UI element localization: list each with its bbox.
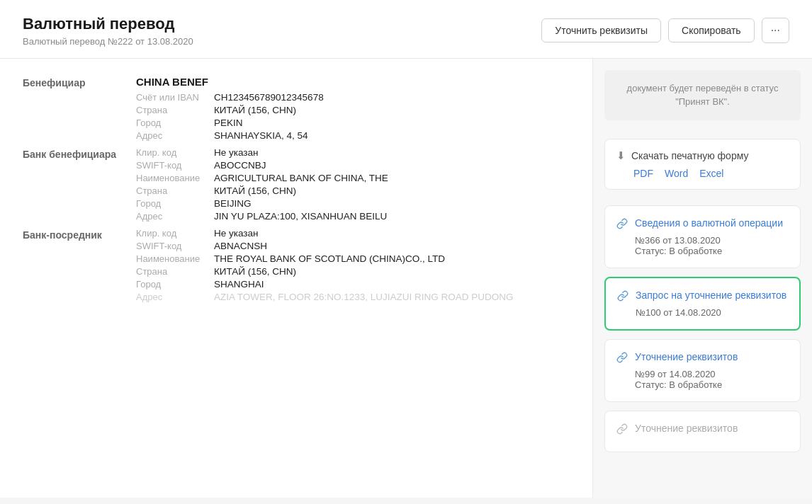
- sidebar-link-meta: №366 от 13.08.2020Статус: В обработке: [616, 235, 789, 256]
- beneficiary-bank-section: Банк бенефициара Клир. кодНе указанSWIFT…: [23, 147, 570, 224]
- field-value: КИТАЙ (156, CHN): [214, 266, 296, 277]
- page: Валютный перевод Валютный перевод №222 о…: [0, 0, 812, 504]
- data-row: АдресJIN YU PLAZA:100, XISANHUAN BEILU: [136, 211, 388, 222]
- field-value: SHANGHAI: [214, 279, 264, 290]
- intermediary-bank-label: Банк-посредник: [23, 228, 136, 241]
- link-icon: [616, 218, 628, 232]
- sidebar-link-number: №100 от 14.08.2020: [636, 307, 788, 318]
- download-icon: ⬇: [616, 149, 626, 162]
- sidebar-link-header: Уточнение реквизитов: [616, 351, 789, 366]
- pdf-link[interactable]: PDF: [633, 168, 653, 179]
- field-label: SWIFT-код: [136, 241, 214, 251]
- intermediary-bank-details: Клир. кодНе указанSWIFT-кодABNACNSHНаиме…: [136, 228, 514, 304]
- field-label: Адрес: [136, 211, 214, 222]
- field-value: BEIJING: [214, 198, 252, 209]
- field-label: Наименование: [136, 253, 214, 264]
- content-wrapper: Бенефициар CHINA BENEF Счёт или IBANCH12…: [0, 59, 812, 498]
- copy-button[interactable]: Скопировать: [668, 18, 755, 42]
- data-row: ГородSHANGHAI: [136, 279, 514, 290]
- sidebar-link-meta: №100 от 14.08.2020: [617, 307, 788, 318]
- intermediary-bank-fields: Клир. кодНе указанSWIFT-кодABNACNSHНаиме…: [136, 228, 514, 302]
- field-value: Не указан: [214, 147, 258, 158]
- more-button[interactable]: ···: [762, 18, 789, 43]
- beneficiary-label: Бенефициар: [23, 76, 136, 88]
- right-sidebar: документ будет переведён в статус "Приня…: [592, 59, 812, 498]
- main-content: Бенефициар CHINA BENEF Счёт или IBANCH12…: [0, 59, 592, 498]
- data-row: НаименованиеTHE ROYAL BANK OF SCOTLAND (…: [136, 253, 514, 264]
- field-label: Адрес: [136, 292, 214, 302]
- field-label: Город: [136, 118, 214, 128]
- field-label: Адрес: [136, 130, 214, 141]
- sidebar-link-title: Уточнение реквизитов: [635, 423, 738, 434]
- sidebar-link-title[interactable]: Запрос на уточнение реквизитов: [636, 290, 786, 301]
- field-value: КИТАЙ (156, CHN): [214, 185, 296, 196]
- link-icon: [616, 423, 628, 437]
- field-label: Клир. код: [136, 147, 214, 158]
- beneficiary-bank-fields: Клир. кодНе указанSWIFT-кодABOCCNBJНаиме…: [136, 147, 388, 222]
- data-row: ГородBEIJING: [136, 198, 388, 209]
- field-label: Счёт или IBAN: [136, 92, 214, 103]
- sidebar-link-section-clarify-req-1: Запрос на уточнение реквизитов№100 от 14…: [604, 277, 801, 331]
- field-value: КИТАЙ (156, CHN): [214, 105, 296, 115]
- data-row: SWIFT-кодABOCCNBJ: [136, 160, 388, 171]
- beneficiary-fields: Счёт или IBANCH123456789012345678СтранаК…: [136, 92, 324, 141]
- field-value: SHANHAYSKIA, 4, 54: [214, 130, 308, 141]
- beneficiary-bank-label: Банк бенефициара: [23, 147, 136, 160]
- field-value: JIN YU PLAZA:100, XISANHUAN BEILU: [214, 211, 387, 222]
- data-row: АдресAZIA TOWER, FLOOR 26:NO.1233, LUJIA…: [136, 292, 514, 302]
- data-row: Счёт или IBANCH123456789012345678: [136, 92, 324, 103]
- sidebar-link-header: Запрос на уточнение реквизитов: [617, 290, 788, 304]
- sidebar-link-number: №99 от 14.08.2020: [635, 369, 789, 379]
- download-section: ⬇ Скачать печатную форму PDF Word Excel: [604, 139, 801, 190]
- field-label: Город: [136, 279, 214, 290]
- field-label: Город: [136, 198, 214, 209]
- word-link[interactable]: Word: [665, 168, 688, 179]
- field-label: Страна: [136, 105, 214, 115]
- data-row: АдресSHANHAYSKIA, 4, 54: [136, 130, 324, 141]
- data-row: Клир. кодНе указан: [136, 228, 514, 239]
- data-row: СтранаКИТАЙ (156, CHN): [136, 185, 388, 196]
- excel-link[interactable]: Excel: [699, 168, 723, 179]
- download-label: Скачать печатную форму: [631, 150, 748, 161]
- clarify-button[interactable]: Уточнить реквизиты: [541, 18, 661, 42]
- sidebar-link-number: №366 от 13.08.2020: [635, 235, 789, 246]
- data-row: SWIFT-кодABNACNSH: [136, 241, 514, 251]
- data-row: СтранаКИТАЙ (156, CHN): [136, 105, 324, 115]
- sidebar-link-title[interactable]: Сведения о валютной операции: [635, 217, 783, 229]
- page-title: Валютный перевод: [23, 14, 193, 35]
- field-value: ABNACNSH: [214, 241, 267, 251]
- sidebar-link-section-clarify-req-3: Уточнение реквизитов: [604, 411, 801, 452]
- field-value: THE ROYAL BANK OF SCOTLAND (CHINA)CO., L…: [214, 253, 445, 264]
- download-links: PDF Word Excel: [616, 168, 789, 179]
- beneficiary-details: CHINA BENEF Счёт или IBANCH1234567890123…: [136, 76, 324, 143]
- sidebar-link-meta: №99 от 14.08.2020Статус: В обработке: [616, 369, 789, 390]
- field-label: Страна: [136, 185, 214, 196]
- field-value: AZIA TOWER, FLOOR 26:NO.1233, LUJIAZUI R…: [214, 292, 514, 302]
- field-label: Наименование: [136, 173, 214, 183]
- data-row: ГородPEKIN: [136, 118, 324, 128]
- sidebar-link-status: Статус: В обработке: [635, 379, 789, 390]
- data-row: НаименованиеAGRICULTURAL BANK OF CHINA, …: [136, 173, 388, 183]
- sidebar-link-header: Сведения о валютной операции: [616, 217, 789, 232]
- sidebar-link-status: Статус: В обработке: [635, 246, 789, 256]
- field-value: ABOCCNBJ: [214, 160, 266, 171]
- data-row: СтранаКИТАЙ (156, CHN): [136, 266, 514, 277]
- sidebar-link-section-clarify-req-2: Уточнение реквизитов№99 от 14.08.2020Ста…: [604, 339, 801, 402]
- sidebar-link-title[interactable]: Уточнение реквизитов: [635, 351, 738, 362]
- beneficiary-section: Бенефициар CHINA BENEF Счёт или IBANCH12…: [23, 76, 570, 143]
- page-header: Валютный перевод Валютный перевод №222 о…: [0, 0, 812, 59]
- field-value: PEKIN: [214, 118, 243, 128]
- link-icon: [617, 290, 628, 304]
- field-label: Страна: [136, 266, 214, 277]
- field-value: Не указан: [214, 228, 258, 239]
- field-value: AGRICULTURAL BANK OF CHINA, THE: [214, 173, 388, 183]
- beneficiary-bank-details: Клир. кодНе указанSWIFT-кодABOCCNBJНаиме…: [136, 147, 388, 224]
- sidebar-links: Сведения о валютной операции№366 от 13.0…: [604, 205, 801, 461]
- data-row: Клир. кодНе указан: [136, 147, 388, 158]
- intermediary-bank-section: Банк-посредник Клир. кодНе указанSWIFT-к…: [23, 228, 570, 304]
- header-left: Валютный перевод Валютный перевод №222 о…: [23, 14, 193, 47]
- field-value: CH123456789012345678: [214, 92, 324, 103]
- beneficiary-name: CHINA BENEF: [136, 76, 324, 88]
- field-label: Клир. код: [136, 228, 214, 239]
- sidebar-link-header: Уточнение реквизитов: [616, 423, 789, 437]
